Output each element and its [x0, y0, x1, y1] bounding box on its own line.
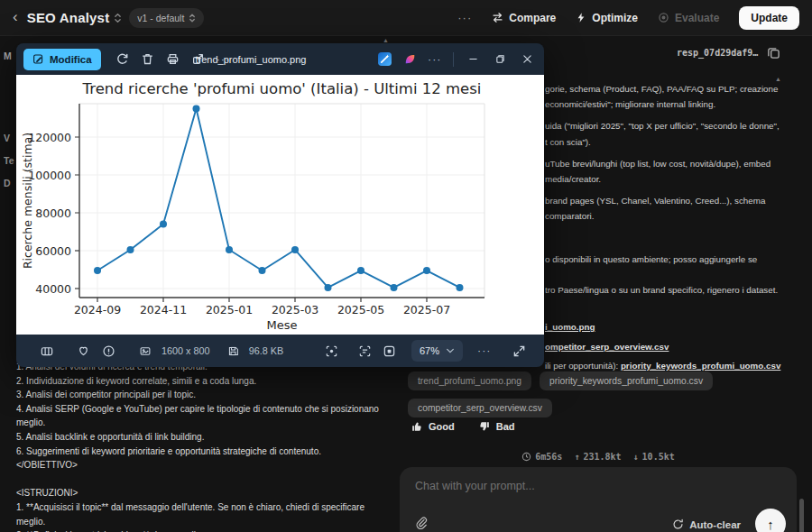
- designer-icon[interactable]: [397, 48, 422, 71]
- viewer-more-menu-2[interactable]: ···: [422, 48, 448, 71]
- clipped-sidebar-label: D: [4, 178, 15, 188]
- svg-text:60000: 60000: [35, 244, 71, 258]
- file-link-prefix: ili per opportunità):: [545, 361, 621, 371]
- duration-stat: 6m56s: [521, 452, 562, 462]
- info-icon[interactable]: [97, 339, 121, 362]
- svg-text:Ricerche mensili (stima): Ricerche mensili (stima): [21, 133, 34, 269]
- auto-clear-label: Auto-clear: [689, 519, 741, 530]
- file-link[interactable]: i_uomo.png: [545, 322, 595, 332]
- ai-edit-icon[interactable]: [372, 48, 397, 71]
- restore-window-button[interactable]: [486, 48, 513, 71]
- file-chip[interactable]: priority_keywords_profumi_uomo.csv: [540, 371, 713, 390]
- file-link[interactable]: priority_keywords_profumi_uomo.csv: [621, 361, 780, 371]
- prompt-editor-line: meglio.: [16, 416, 388, 430]
- version-label: v1 - default: [137, 13, 184, 23]
- compare-arrows-icon: [492, 12, 503, 23]
- panel-scroll-up-arrow[interactable]: ▲: [775, 76, 781, 82]
- chat-input-box[interactable]: Chat with your prompt... Auto-clear ↑: [400, 467, 797, 532]
- response-line: tro Paese/lingua o su un brand specifico…: [545, 282, 810, 298]
- page-title: SEO Analyst: [27, 10, 110, 25]
- trend-line-chart: 4000060000800001000001200002024-092024-1…: [16, 75, 544, 335]
- zoom-level-dropdown[interactable]: 67%: [411, 340, 463, 362]
- thumbs-up-icon: [411, 420, 423, 433]
- image-dimensions: 1600 x 800: [161, 345, 209, 356]
- scroll-up-arrow[interactable]: ▲: [383, 37, 389, 43]
- svg-text:Trend ricerche 'profumi uomo': Trend ricerche 'profumi uomo' (Italia) -…: [82, 80, 482, 97]
- delete-icon[interactable]: [135, 48, 161, 71]
- svg-text:2024-11: 2024-11: [140, 303, 187, 316]
- chat-placeholder: Chat with your prompt...: [415, 480, 535, 492]
- back-chevron-icon[interactable]: ‹: [13, 8, 18, 26]
- prompt-editor-line: 2. **Definisci le metriche chiave** da r…: [16, 528, 388, 532]
- photo-viewer-toolbar[interactable]: 1600 x 800 96.8 KB 67% ···: [16, 335, 544, 367]
- ocr-text-scan-icon[interactable]: [353, 339, 377, 362]
- bad-label: Bad: [496, 421, 515, 432]
- file-link-row: ili per opportunità): priority_keywords_…: [545, 360, 810, 371]
- tokens-up-stat: ↑231.8kt: [574, 452, 621, 462]
- edit-image-button[interactable]: Modifica: [23, 49, 101, 70]
- focus-target-icon[interactable]: [318, 339, 343, 362]
- paperclip-icon[interactable]: [415, 516, 428, 529]
- response-line: t con scia").: [545, 134, 810, 150]
- viewer-image-area: 4000060000800001000001200002024-092024-1…: [16, 75, 544, 335]
- minimize-button[interactable]: [459, 48, 486, 71]
- response-line: brand pages (YSL, Chanel, Valentino, Cre…: [545, 193, 810, 208]
- compare-label: Compare: [509, 12, 556, 24]
- prompt-editor-line: 1. **Acquisisci il topic** dal messaggio…: [16, 500, 388, 515]
- prompt-editor-panel[interactable]: 1. Analisi dei volumi di ricerca e trend…: [16, 360, 388, 532]
- svg-text:80000: 80000: [35, 206, 71, 220]
- pencil-icon: [32, 53, 44, 65]
- prompt-editor-line: <ISTRUZIONI>: [16, 486, 388, 500]
- response-line: comparatori.: [545, 208, 810, 224]
- auto-clear-toggle[interactable]: Auto-clear: [672, 518, 741, 530]
- toolbar-more-menu[interactable]: ···: [472, 339, 497, 362]
- file-size: 96.8 KB: [249, 345, 283, 356]
- svg-text:40000: 40000: [35, 282, 71, 296]
- close-button[interactable]: [513, 48, 540, 71]
- response-file-links: i_uomo.pngompetitor_serp_overview.csvili…: [545, 321, 810, 380]
- copy-icon[interactable]: [767, 46, 780, 60]
- svg-text:Mese: Mese: [267, 318, 298, 332]
- compare-button[interactable]: Compare: [492, 12, 556, 24]
- prompt-editor-line: 4. Analisi SERP (Google e YouTube) per c…: [16, 402, 388, 417]
- favorite-heart-icon[interactable]: [71, 339, 96, 362]
- file-link-row: i_uomo.png: [545, 321, 810, 333]
- prompt-editor-line: 5. Analisi backlink e opportunità di lin…: [16, 430, 388, 445]
- file-chip[interactable]: competitor_serp_overview.csv: [408, 399, 552, 417]
- prompt-editor-line: </OBIETTIVO>: [16, 458, 388, 472]
- slideshow-icon[interactable]: [377, 339, 402, 362]
- clipped-sidebar-label: M: [4, 50, 15, 61]
- svg-text:120000: 120000: [28, 131, 71, 144]
- bad-button[interactable]: Bad: [478, 420, 515, 433]
- photo-viewer-titlebar[interactable]: Modifica ··· trend_profumi_uomo.png ···: [16, 43, 544, 75]
- lightning-icon: [576, 12, 586, 23]
- filmstrip-icon[interactable]: [34, 339, 59, 362]
- evaluate-target-icon: [658, 12, 669, 23]
- response-paragraph: o disponibili in questo ambiente; posso …: [545, 252, 810, 267]
- title-select-chevrons-icon[interactable]: [114, 12, 122, 24]
- evaluate-button: Evaluate: [658, 12, 719, 24]
- tokens-down-value: 10.5kt: [642, 452, 675, 462]
- response-line: uTube brevi/lunghi (top list, low cost, …: [545, 156, 810, 171]
- rotate-icon[interactable]: [110, 48, 135, 71]
- topbar-overflow-menu[interactable]: ···: [457, 11, 472, 24]
- svg-text:100000: 100000: [28, 169, 71, 182]
- down-arrow-icon: ↓: [633, 452, 639, 462]
- viewer-filename: trend_profumi_uomo.png: [161, 54, 341, 65]
- version-selector[interactable]: v1 - default: [129, 8, 204, 28]
- response-id-row: resp_07d29daf9…: [677, 46, 780, 60]
- file-chip[interactable]: trend_profumi_uomo.png: [408, 371, 531, 390]
- scrollbar-thumb[interactable]: [799, 499, 804, 532]
- update-button[interactable]: Update: [739, 6, 799, 30]
- duration-value: 6m56s: [535, 452, 562, 462]
- response-line: media/creator.: [545, 171, 810, 187]
- optimize-button[interactable]: Optimize: [576, 12, 638, 24]
- top-bar: ‹ SEO Analyst v1 - default ··· Compare O…: [0, 0, 812, 36]
- photo-viewer-window: Modifica ··· trend_profumi_uomo.png ···: [16, 43, 544, 367]
- good-button[interactable]: Good: [411, 420, 455, 433]
- send-button[interactable]: ↑: [755, 509, 786, 532]
- file-link[interactable]: ompetitor_serp_overview.csv: [545, 342, 669, 352]
- fullscreen-icon[interactable]: [506, 339, 531, 362]
- svg-text:2025-01: 2025-01: [206, 303, 253, 316]
- chevron-down-icon: [446, 347, 455, 354]
